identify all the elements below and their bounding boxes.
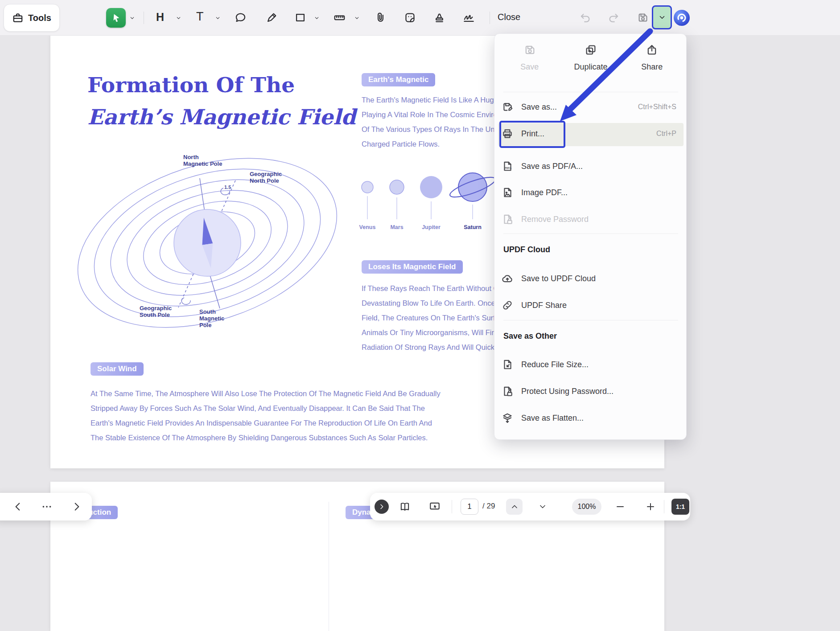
next-page-button[interactable]: [538, 502, 547, 511]
planet-size-diagram: [347, 169, 494, 225]
reduce-file-size-label: Reduce File Size...: [521, 360, 589, 369]
menu-item-protect-password[interactable]: Protect Using Password...: [502, 381, 680, 402]
print-icon: [502, 128, 513, 139]
menu-item-image-pdf[interactable]: Image PDF...: [502, 182, 680, 203]
menu-divider: [503, 92, 678, 92]
menu-item-updf-share[interactable]: UPDF Share: [502, 295, 680, 316]
column-divider: [329, 502, 329, 631]
select-tool-chevron-icon[interactable]: [129, 15, 135, 21]
save-options-chevron-button[interactable]: [652, 5, 672, 29]
save-icon[interactable]: [637, 12, 649, 24]
duplicate-action-label: Duplicate: [574, 62, 607, 72]
redo-icon[interactable]: [607, 12, 619, 24]
chevron-right-icon: [378, 503, 385, 510]
share-icon: [646, 44, 658, 56]
save-as-pdfa-label: Save as PDF/A...: [521, 162, 583, 171]
measure-tool-chevron-icon[interactable]: [354, 15, 360, 21]
stamp-tool-icon[interactable]: [433, 12, 445, 24]
protect-password-label: Protect Using Password...: [521, 387, 614, 396]
panel-divider: [452, 500, 452, 513]
axis-angle-label: 1.5: [224, 184, 231, 191]
tools-button[interactable]: Tools: [4, 4, 60, 32]
share-action-label: Share: [641, 62, 663, 72]
more-options-icon[interactable]: [41, 501, 53, 512]
save-action-label: Save: [520, 62, 539, 72]
solar-wind-badge: Solar Wind: [91, 362, 144, 376]
image-pdf-label: Image PDF...: [521, 188, 568, 197]
view-controls-panel: / 29 100% 1:1: [370, 493, 690, 520]
reading-mode-icon[interactable]: [399, 501, 411, 512]
tools-label: Tools: [28, 13, 51, 23]
menu-item-save-as[interactable]: Save as... Ctrl+Shift+S: [502, 96, 680, 118]
panel-divider: [664, 500, 664, 513]
page-total-label: / 29: [482, 502, 495, 511]
app-logo[interactable]: [673, 9, 690, 26]
attachment-tool-icon[interactable]: [375, 12, 387, 24]
menu-share-action[interactable]: Share: [622, 41, 683, 72]
venus-circle: [362, 181, 373, 219]
zoom-level[interactable]: 100%: [572, 499, 601, 515]
undo-icon[interactable]: [580, 12, 592, 24]
menu-save-action: Save: [499, 41, 560, 72]
link-icon: [502, 299, 513, 311]
previous-page-button[interactable]: [506, 499, 523, 515]
menu-item-reduce-file-size[interactable]: Reduce File Size...: [502, 354, 680, 375]
magnetic-field-diagram: [73, 152, 351, 334]
south-magnetic-pole-label: SouthMagneticPole: [199, 308, 224, 328]
chevron-down-icon: [658, 13, 666, 21]
planet-label-mars: Mars: [390, 224, 403, 230]
menu-item-print[interactable]: Print... Ctrl+P: [502, 123, 680, 144]
heading-tool-button[interactable]: H: [156, 11, 164, 24]
next-page-icon[interactable]: [71, 501, 82, 512]
expand-panel-button[interactable]: [375, 500, 389, 514]
planet-label-jupiter: Jupiter: [422, 224, 441, 230]
updf-cloud-section-header: UPDF Cloud: [503, 245, 550, 254]
text-tool-button[interactable]: T: [196, 10, 204, 24]
pdf-editor-window: Formation Of The Earth’s Magnetic Field: [0, 0, 840, 631]
zoom-in-icon[interactable]: [645, 501, 656, 512]
save-as-shortcut: Ctrl+Shift+S: [638, 103, 680, 111]
save-as-label: Save as...: [521, 102, 557, 112]
duplicate-icon: [585, 44, 597, 56]
comment-tool-icon[interactable]: [235, 12, 247, 24]
page-number-input[interactable]: [461, 499, 478, 515]
previous-page-icon[interactable]: [12, 501, 24, 512]
menu-duplicate-action[interactable]: Duplicate: [560, 41, 621, 72]
save-options-menu: Save Duplicate Share Save as... Ctrl+Shi…: [494, 33, 687, 440]
planet-label-venus: Venus: [359, 224, 376, 230]
actual-size-button[interactable]: 1:1: [671, 499, 689, 515]
mars-circle: [390, 180, 404, 219]
menu-item-save-as-pdfa[interactable]: Save as PDF/A...: [502, 156, 680, 177]
heading-tool-chevron-icon[interactable]: [176, 15, 181, 21]
print-shortcut: Ctrl+P: [656, 130, 680, 138]
planet-label-saturn: Saturn: [464, 224, 482, 230]
document-title-line2: Earth’s Magnetic Field: [87, 105, 356, 129]
earths-magnetic-paragraph: The Earth's Magnetic Field Is Like A Hug…: [362, 93, 504, 152]
chevron-down-icon: [538, 502, 547, 511]
presentation-mode-icon[interactable]: [429, 501, 441, 512]
cursor-icon: [110, 12, 122, 24]
measure-tool-icon[interactable]: [334, 12, 346, 24]
solar-wind-paragraph: At The Same Time, The Atmosphere Will Al…: [91, 386, 441, 445]
save-as-other-section-header: Save as Other: [503, 332, 557, 341]
page-nav-panel: [0, 493, 92, 520]
menu-item-save-to-updf-cloud[interactable]: Save to UPDF Cloud: [502, 268, 680, 289]
pen-tool-icon[interactable]: [266, 12, 278, 24]
chevron-up-icon: [510, 502, 519, 511]
shape-tool-chevron-icon[interactable]: [314, 15, 320, 21]
text-tool-chevron-icon[interactable]: [215, 15, 221, 21]
zoom-out-icon[interactable]: [615, 501, 626, 512]
select-tool-button[interactable]: [106, 8, 126, 28]
menu-item-save-as-flatten[interactable]: Save as Flatten...: [502, 407, 680, 429]
close-button[interactable]: Close: [498, 12, 520, 22]
geographic-south-pole-label: GeographicSouth Pole: [140, 305, 172, 318]
loses-magnetic-badge: Loses Its Magnetic Field: [362, 260, 463, 274]
print-label: Print...: [521, 129, 544, 139]
jupiter-circle: [420, 176, 442, 219]
shape-tool-icon[interactable]: [294, 12, 306, 24]
north-magnetic-pole-label: NorthMagnetic Pole: [183, 154, 222, 167]
menu-divider: [503, 320, 678, 320]
signature-tool-icon[interactable]: [463, 12, 475, 24]
sticker-tool-icon[interactable]: [404, 12, 416, 24]
geographic-north-pole-label: GeographicNorth Pole: [250, 171, 282, 184]
